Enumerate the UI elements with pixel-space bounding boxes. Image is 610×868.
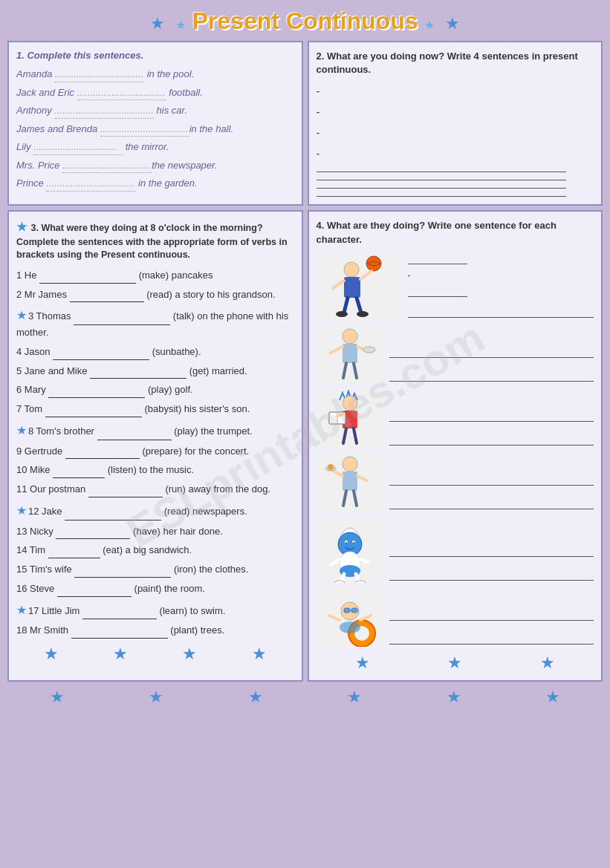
page-title: Present Continuous (192, 7, 418, 35)
section3-star: ★ (16, 221, 27, 233)
blank-16[interactable] (57, 587, 132, 597)
ex-18: 18 Mr Smith (plant) trees. (16, 623, 294, 639)
bottom-stars-row: ★ ★ ★ ★ ★ ★ (7, 688, 603, 707)
char-item-2 (317, 325, 594, 385)
ex-16: 16 Steve (paint) the room. (16, 581, 294, 597)
ex-14: 14 Tim (eat) a big sandwich. (16, 543, 294, 558)
answer-line-2a[interactable] (389, 346, 594, 358)
svg-point-35 (353, 542, 354, 544)
dash-1: - (317, 85, 594, 97)
svg-point-41 (355, 581, 366, 583)
char-img-6 (317, 588, 383, 647)
blank-12[interactable] (65, 510, 161, 521)
dash-2: - (317, 106, 594, 118)
svg-line-5 (344, 298, 348, 313)
answer-line-4a[interactable] (389, 474, 594, 486)
main-grid: 1. Complete this sentences. Amanda .....… (7, 41, 603, 682)
char-img-4 (317, 453, 383, 512)
svg-line-28 (357, 476, 366, 480)
blank-14[interactable] (48, 548, 100, 558)
title-star-right2: ★ (424, 18, 435, 32)
char-item-1: - (317, 252, 594, 321)
blank-18[interactable] (71, 628, 168, 639)
write-line-1[interactable] (317, 169, 566, 172)
ex-3: ★3 Thomas (talk) on the phone with his m… (16, 306, 294, 340)
answer-line-1a[interactable] (408, 252, 467, 264)
svg-rect-2 (344, 277, 360, 298)
char-img-3 (317, 389, 383, 448)
svg-point-40 (334, 581, 345, 583)
char-svg-3 (317, 390, 383, 448)
blank-6[interactable] (48, 388, 145, 398)
blank-9[interactable] (65, 448, 140, 459)
ex3-star: ★ (16, 309, 27, 322)
ex-11: 11 Our postman (run) away from the dog. (16, 482, 294, 497)
char-lines-4 (389, 474, 594, 512)
char-svg-4 (317, 454, 383, 512)
char-lines-6 (389, 609, 594, 647)
char-lines-2 (389, 346, 594, 385)
ex-7: 7 Tom (babysit) his sister's son. (16, 402, 294, 417)
blank-1[interactable] (39, 273, 136, 284)
answer-line-6b[interactable] (389, 633, 594, 645)
svg-line-11 (331, 347, 343, 353)
char-svg-1 (318, 255, 400, 320)
svg-line-42 (331, 559, 340, 565)
section2-box: 2. What are you doing now? Write 4 sente… (308, 41, 603, 206)
char-lines-3 (389, 410, 594, 448)
blank-8[interactable] (97, 430, 172, 440)
blank-10[interactable] (53, 468, 105, 478)
answer-line-3a[interactable] (389, 410, 594, 422)
answer-line-3b[interactable] (389, 434, 594, 446)
svg-rect-48 (351, 608, 357, 613)
section3-box: ★ 3. What were they doing at 8 o'clock i… (7, 210, 303, 681)
svg-point-8 (357, 311, 369, 317)
answer-line-6a[interactable] (389, 609, 594, 621)
svg-line-3 (333, 281, 344, 288)
svg-line-14 (343, 363, 346, 378)
char-svg-2 (317, 326, 383, 384)
write-line-3[interactable] (317, 188, 566, 189)
blank-11[interactable] (88, 487, 163, 497)
ex-5: 5 Jane and Mike (get) married. (16, 364, 294, 379)
ex-9: 9 Gertrude (prepare) for the concert. (16, 444, 294, 460)
svg-point-13 (363, 347, 375, 353)
blank-4[interactable] (53, 350, 149, 360)
svg-line-43 (360, 559, 368, 562)
svg-rect-47 (344, 608, 350, 613)
sentence-3: Anthony ................................… (16, 103, 294, 119)
blank-5[interactable] (90, 368, 186, 379)
blank-2[interactable] (70, 292, 144, 302)
section3-bottom-stars: ★ ★ ★ ★ (16, 645, 294, 664)
blank-15[interactable] (74, 567, 171, 578)
char-item-3 (317, 389, 594, 448)
blank-17[interactable] (82, 609, 157, 619)
answer-line-1c[interactable] (408, 306, 594, 318)
title-star-right: ★ (445, 14, 460, 33)
section2-dashes: - - - - (317, 85, 594, 160)
char-svg-6 (317, 589, 383, 647)
blank-3[interactable] (74, 315, 170, 325)
write-line-2[interactable] (317, 180, 566, 180)
svg-line-30 (354, 491, 357, 506)
answer-line-5a[interactable] (389, 545, 594, 557)
write-line-4[interactable] (317, 196, 566, 197)
ex-13: 13 Nicky (have) her hair done. (16, 524, 294, 540)
char-svg-5 (317, 518, 383, 583)
answer-line-5b[interactable] (389, 569, 594, 581)
svg-point-1 (344, 262, 359, 277)
sentence-1: Amanda .................................… (16, 67, 294, 82)
sentence-5: Lily ............................... the… (16, 140, 294, 155)
dash-4: - (317, 148, 594, 160)
blank-13[interactable] (56, 529, 130, 539)
answer-line-4b[interactable] (389, 497, 594, 509)
dash-3: - (317, 127, 594, 139)
ex8-star: ★ (16, 424, 27, 437)
answer-line-1b[interactable] (408, 285, 467, 297)
ex17-star: ★ (16, 604, 27, 616)
svg-rect-10 (343, 344, 357, 363)
answer-line-2b[interactable] (389, 370, 594, 382)
blank-7[interactable] (45, 407, 142, 417)
ex-2: 2 Mr James (read) a story to his grandso… (16, 287, 294, 303)
svg-line-52 (360, 616, 371, 620)
